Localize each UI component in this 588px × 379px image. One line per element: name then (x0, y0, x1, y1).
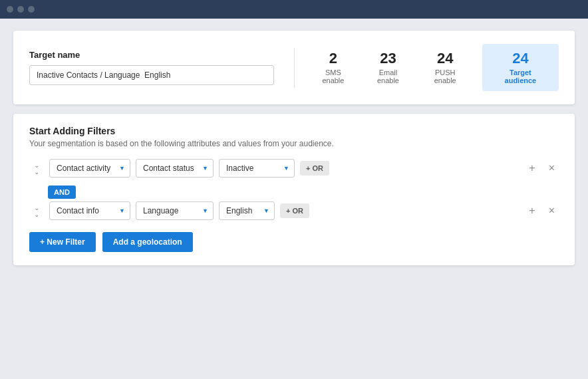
stat-target-number: 24 (494, 51, 547, 66)
select-col1-row2-wrapper[interactable]: Contact info Contact activity ▼ (49, 201, 130, 220)
select-col1-row1[interactable]: Contact activity Contact info (49, 159, 130, 178)
remove-row1[interactable]: × (545, 162, 559, 175)
window-dot-2 (17, 6, 24, 13)
top-card: Target name 2 SMS enable 23 Email enable… (13, 31, 575, 104)
chevron-down-icon-2: ⌄ ⌄ (29, 205, 44, 217)
stat-sms-label: SMS enable (315, 68, 353, 84)
filter-row-1: ⌄ ⌄ Contact activity Contact info ▼ Cont… (29, 159, 559, 178)
filter-card: Start Adding Filters Your segmentation i… (13, 114, 575, 265)
filter-row-2: ⌄ ⌄ Contact info Contact activity ▼ Lang… (29, 201, 559, 220)
window-dot-3 (28, 6, 35, 13)
select-col1-row1-wrapper[interactable]: Contact activity Contact info ▼ (49, 159, 130, 178)
select-col2-row1-wrapper[interactable]: Contact status Language ▼ (136, 159, 214, 178)
window-dot-1 (7, 6, 13, 13)
remove-row2[interactable]: × (545, 204, 559, 217)
target-name-input[interactable] (29, 65, 274, 85)
stat-email-number: 23 (368, 51, 408, 66)
select-col2-row2-wrapper[interactable]: Language Contact status ▼ (136, 201, 214, 220)
select-col2-row2[interactable]: Language Contact status (136, 201, 214, 220)
vertical-divider (294, 48, 295, 88)
stat-push-label: PUSH enable (424, 68, 466, 84)
select-col3-row2[interactable]: English Spanish French (219, 201, 275, 220)
add-geolocation-button[interactable]: Add a geolocation (102, 232, 193, 252)
select-col3-row2-wrapper[interactable]: English Spanish French ▼ (219, 201, 275, 220)
or-button-row1[interactable]: + OR (300, 161, 329, 176)
target-name-label: Target name (29, 50, 274, 60)
stat-target-label: Target audience (494, 68, 547, 84)
title-bar (0, 0, 588, 19)
stat-push: 24 PUSH enable (424, 51, 466, 84)
bottom-buttons: + New Filter Add a geolocation (29, 232, 559, 252)
or-button-row2[interactable]: + OR (280, 203, 309, 218)
add-condition-row1[interactable]: + (525, 162, 539, 175)
filter-title: Start Adding Filters (29, 126, 559, 136)
chevron-down-icon-1: ⌄ ⌄ (29, 162, 44, 175)
stat-email: 23 Email enable (368, 51, 408, 84)
select-col3-row1-wrapper[interactable]: Inactive Active Unsubscribed ▼ (219, 159, 295, 178)
target-name-section: Target name (29, 50, 274, 85)
stats-section: 2 SMS enable 23 Email enable 24 PUSH ena… (315, 44, 559, 91)
add-condition-row2[interactable]: + (525, 204, 539, 217)
select-col2-row1[interactable]: Contact status Language (136, 159, 214, 178)
select-col3-row1[interactable]: Inactive Active Unsubscribed (219, 159, 295, 178)
stat-target: 24 Target audience (482, 44, 559, 91)
select-col1-row2[interactable]: Contact info Contact activity (49, 201, 130, 220)
new-filter-button[interactable]: + New Filter (29, 232, 96, 252)
stat-sms-number: 2 (315, 51, 353, 66)
filter-subtitle: Your segmentation is based on the follow… (29, 139, 559, 148)
stat-email-label: Email enable (368, 68, 408, 84)
stat-sms: 2 SMS enable (315, 51, 353, 84)
and-badge: AND (48, 186, 76, 199)
stat-push-number: 24 (424, 51, 466, 66)
